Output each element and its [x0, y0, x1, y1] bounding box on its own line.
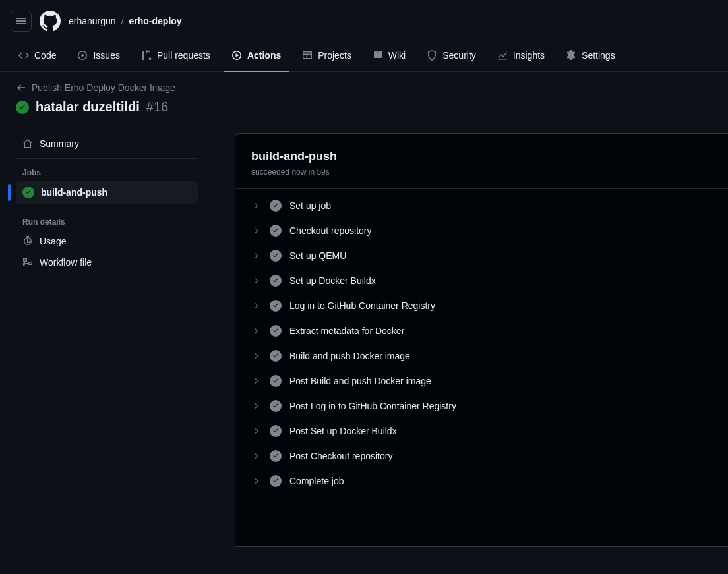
back-link[interactable]: Publish Erho Deploy Docker Image: [16, 82, 712, 93]
tab-label: Projects: [318, 50, 351, 61]
step-row[interactable]: Set up QEMU: [235, 243, 728, 268]
run-title: hatalar duzeltildi #16: [16, 100, 712, 115]
check-icon: [272, 302, 280, 310]
pull-request-icon: [141, 50, 152, 61]
chevron-right-icon: [251, 327, 262, 335]
tab-label: Settings: [582, 50, 615, 61]
shield-icon: [427, 50, 437, 61]
tab-projects[interactable]: Projects: [294, 45, 359, 71]
chevron-right-icon: [251, 477, 262, 485]
github-logo[interactable]: [40, 11, 61, 32]
check-icon: [272, 402, 280, 410]
tab-pull-requests[interactable]: Pull requests: [133, 45, 218, 71]
step-label: Post Checkout repository: [289, 451, 392, 461]
status-success-icon: [270, 200, 282, 212]
chevron-right-icon: [251, 352, 262, 360]
status-success-icon: [16, 101, 29, 114]
chevron-right-icon: [251, 427, 262, 435]
step-label: Checkout repository: [289, 225, 372, 236]
sidebar-usage[interactable]: Usage: [16, 231, 198, 252]
step-row[interactable]: Post Set up Docker Buildx: [235, 418, 728, 444]
sidebar: Summary Jobs build-and-push Run details …: [0, 133, 206, 547]
status-success-icon: [270, 300, 282, 312]
issue-icon: [77, 50, 88, 61]
breadcrumb: erhanurgun / erho-deploy: [69, 16, 182, 26]
step-label: Post Build and push Docker image: [289, 376, 431, 386]
job-title: build-and-push: [251, 150, 712, 163]
check-icon: [272, 327, 280, 335]
sidebar-label: Summary: [40, 138, 79, 149]
job-subtitle: succeeded now in 59s: [251, 167, 712, 177]
tab-label: Issues: [93, 50, 119, 61]
step-row[interactable]: Post Checkout repository: [235, 444, 728, 469]
repo-nav: Code Issues Pull requests Actions Projec…: [0, 45, 728, 72]
status-success-icon: [270, 450, 282, 462]
step-row[interactable]: Post Build and push Docker image: [235, 368, 728, 393]
status-success-icon: [270, 475, 282, 487]
check-icon: [18, 103, 27, 112]
tab-insights[interactable]: Insights: [489, 45, 553, 71]
github-icon: [40, 11, 61, 32]
step-row[interactable]: Set up Docker Buildx: [235, 268, 728, 293]
tab-label: Insights: [513, 50, 545, 61]
tab-label: Pull requests: [157, 50, 210, 61]
sidebar-job-label: build-and-push: [41, 187, 107, 198]
step-row[interactable]: Build and push Docker image: [235, 343, 728, 368]
check-icon: [272, 277, 280, 285]
tab-code[interactable]: Code: [11, 45, 64, 71]
sidebar-job-build-and-push[interactable]: build-and-push: [16, 181, 198, 204]
status-success-icon: [270, 425, 282, 437]
stopwatch-icon: [22, 236, 33, 246]
status-success-icon: [270, 250, 282, 262]
tab-settings[interactable]: Settings: [558, 45, 623, 71]
sidebar-details-heading: Run details: [16, 212, 198, 231]
sidebar-jobs-heading: Jobs: [16, 163, 198, 181]
chevron-right-icon: [251, 252, 262, 260]
chevron-right-icon: [251, 227, 262, 235]
sidebar-label: Usage: [40, 236, 66, 246]
tab-wiki[interactable]: Wiki: [365, 45, 413, 71]
step-label: Log in to GitHub Container Registry: [289, 301, 435, 311]
check-icon: [272, 202, 280, 210]
status-success-icon: [270, 225, 282, 237]
tab-label: Actions: [247, 50, 281, 61]
tab-label: Wiki: [388, 50, 406, 61]
step-label: Post Log in to GitHub Container Registry: [289, 401, 456, 411]
chevron-right-icon: [251, 302, 262, 310]
check-icon: [272, 477, 280, 485]
chevron-right-icon: [251, 377, 262, 385]
tab-issues[interactable]: Issues: [69, 45, 127, 71]
tab-label: Security: [442, 50, 476, 61]
global-menu-button[interactable]: [11, 11, 32, 32]
step-label: Complete job: [289, 476, 344, 486]
tab-label: Code: [34, 50, 56, 61]
job-panel: build-and-push succeeded now in 59s Set …: [235, 133, 728, 547]
play-icon: [231, 50, 242, 61]
chevron-right-icon: [251, 402, 262, 410]
breadcrumb-owner[interactable]: erhanurgun: [69, 16, 116, 26]
tab-security[interactable]: Security: [419, 45, 484, 71]
check-icon: [272, 377, 280, 385]
breadcrumb-repo[interactable]: erho-deploy: [129, 16, 182, 26]
divider: [16, 158, 198, 159]
sidebar-label: Workflow file: [40, 257, 92, 268]
step-row[interactable]: Complete job: [235, 469, 728, 494]
check-icon: [24, 188, 32, 196]
sidebar-workflow-file[interactable]: Workflow file: [16, 252, 198, 273]
step-label: Extract metadata for Docker: [289, 326, 404, 336]
status-success-icon: [270, 375, 282, 387]
step-row[interactable]: Log in to GitHub Container Registry: [235, 293, 728, 318]
step-label: Set up Docker Buildx: [289, 275, 376, 286]
status-success-icon: [270, 350, 282, 362]
step-row[interactable]: Checkout repository: [235, 218, 728, 243]
run-name: hatalar duzeltildi: [36, 100, 140, 115]
sidebar-summary[interactable]: Summary: [16, 133, 198, 154]
divider: [16, 208, 198, 208]
check-icon: [272, 427, 280, 435]
status-success-icon: [270, 400, 282, 412]
tab-actions[interactable]: Actions: [224, 45, 289, 71]
step-row[interactable]: Extract metadata for Docker: [235, 318, 728, 343]
step-row[interactable]: Set up job: [235, 193, 728, 218]
code-icon: [18, 50, 29, 61]
step-row[interactable]: Post Log in to GitHub Container Registry: [235, 393, 728, 418]
